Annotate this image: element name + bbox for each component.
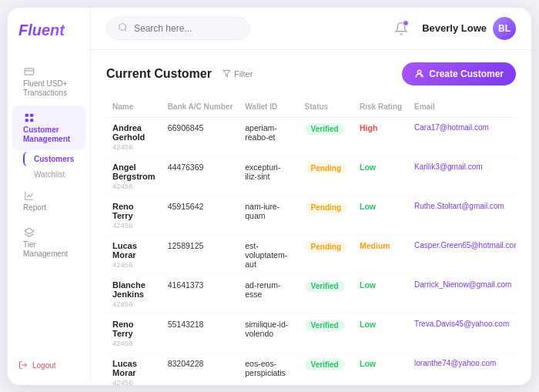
sidebar-item-report-label: Report [23,203,46,213]
cell-name: Angel Bergstrom 42456 [106,156,162,196]
logout-icon [18,360,28,371]
svg-marker-5 [25,228,34,234]
col-wallet: Wallet ID [239,96,298,118]
cell-risk: High [353,117,408,156]
sidebar-item-watchlist[interactable]: Watchlist [23,167,90,182]
sidebar-item-customer-label: CustomerManagement [23,126,70,144]
table-row: Reno Terry 42456 55143218 similique-id-v… [106,313,516,353]
create-customer-label: Create Customer [429,69,504,79]
cell-risk: Medium [353,235,408,274]
cell-bank: 45915642 [162,196,239,235]
cell-email: Karilik3@gmail.com [408,156,516,196]
cell-wallet: est-voluptatem-aut [239,235,298,274]
cell-status: Verified [299,117,353,156]
cell-status: Verified [299,353,353,385]
cell-risk: Low [353,313,408,353]
sidebar-item-tier-label: Tier Management [23,240,75,259]
cell-risk: Low [353,156,408,196]
col-bank: Bank A/C Number [162,96,239,118]
svg-point-7 [119,23,126,30]
cell-email: Darrick_Nienow@gmail.com [408,274,516,313]
cell-name: Andrea Gerhold 42456 [106,117,162,156]
cell-status: Verified [299,313,353,353]
cell-name: Reno Terry 42456 [106,313,162,353]
cell-name: Lucas Morar 42456 [106,353,162,385]
svg-rect-0 [25,68,34,74]
sidebar-item-report[interactable]: Report [12,183,85,219]
logo-text: Fluent [18,22,65,39]
filter-button[interactable]: Filter [218,68,257,80]
svg-line-8 [125,29,126,31]
cell-name: Lucas Morar 42456 [106,235,162,274]
header: Beverly Lowe BL [91,8,531,50]
cell-name: Reno Terry 42456 [106,196,162,235]
svg-rect-2 [30,113,33,116]
table-row: Blanche Jenkins 42456 41641373 ad-rerum-… [106,274,516,313]
cell-status: Pending [299,156,353,196]
cell-wallet: aperiam-reabo-et [239,117,298,156]
chart-icon [23,189,35,202]
logout-label: Logout [32,361,56,370]
avatar: BL [493,17,516,40]
svg-rect-3 [25,119,28,122]
cell-email: Cara17@hotmail.com [408,117,516,156]
sidebar: Fluent Fluent USD+Transactions CustomerM… [8,8,91,385]
cell-bank: 55143218 [162,313,239,353]
search-icon [118,22,128,35]
cell-email: Casper.Green65@hotmail.com [408,235,516,274]
cell-wallet: excepturi-iliz-sint [239,156,298,196]
cell-wallet: similique-id-volendo [239,313,298,353]
sidebar-item-tier[interactable]: Tier Management [12,220,85,265]
col-email: Email [408,96,516,118]
cell-bank: 83204228 [162,353,239,385]
sidebar-item-fluent[interactable]: Fluent USD+Transactions [12,59,85,104]
cell-bank: 66906845 [162,117,239,156]
table-row: Lucas Morar 42456 12589125 est-voluptate… [106,235,516,274]
svg-rect-1 [25,113,28,116]
cell-name: Blanche Jenkins 42456 [106,274,162,313]
cell-risk: Low [353,196,408,235]
sidebar-item-customers[interactable]: Customers [23,152,90,166]
cell-email: loranthe74@yahoo.com [408,353,516,385]
notification-badge [403,20,409,26]
sidebar-item-fluent-label: Fluent USD+Transactions [23,79,68,98]
cell-wallet: ad-rerum-esse [239,274,298,313]
cell-bank: 12589125 [162,235,239,274]
grid-icon [23,112,35,124]
table-header-row: Name Bank A/C Number Wallet ID Status Ri… [106,96,516,118]
sidebar-item-customer[interactable]: CustomerManagement [12,106,85,150]
page-title: Current Customer [106,67,212,81]
search-input[interactable] [134,23,239,34]
cell-status: Verified [299,274,353,313]
page-title-row: Current Customer Filter [106,67,257,81]
svg-point-10 [418,70,421,73]
cell-email: Treva.Davis45@yahoo.com [408,313,516,353]
content-area: Current Customer Filter Create Customer … [91,50,531,385]
col-name: Name [106,96,162,118]
wallet-icon [23,65,35,78]
logo: Fluent [8,8,90,52]
notification-bell[interactable] [390,17,413,40]
create-customer-button[interactable]: Create Customer [402,62,516,85]
table-row: Angel Bergstrom 42456 44476369 excepturi… [106,156,516,196]
user-info[interactable]: Beverly Lowe BL [422,17,516,40]
svg-marker-9 [223,70,230,76]
logout-button[interactable]: Logout [8,351,90,385]
table-row: Reno Terry 42456 45915642 nam-iure-quam … [106,196,516,235]
table-row: Lucas Morar 42456 83204228 eos-eos-persp… [106,353,516,385]
layers-icon [23,226,35,239]
cell-wallet: eos-eos-perspiciatis [239,353,298,385]
cell-risk: Low [353,353,408,385]
sidebar-nav: Fluent USD+Transactions CustomerManageme… [8,52,90,351]
content-header: Current Customer Filter Create Customer [106,62,516,85]
cell-email: Ruthe.Stoltart@gmail.com [408,196,516,235]
col-risk: Risk Rating [353,96,408,118]
col-status: Status [299,96,353,118]
cell-risk: Low [353,274,408,313]
user-name: Beverly Lowe [422,22,487,34]
table-row: Andrea Gerhold 42456 66906845 aperiam-re… [106,117,516,156]
cell-status: Pending [299,196,353,235]
search-bar[interactable] [106,17,250,40]
cell-status: Pending [299,235,353,274]
app-container: Fluent Fluent USD+Transactions CustomerM… [8,8,531,385]
